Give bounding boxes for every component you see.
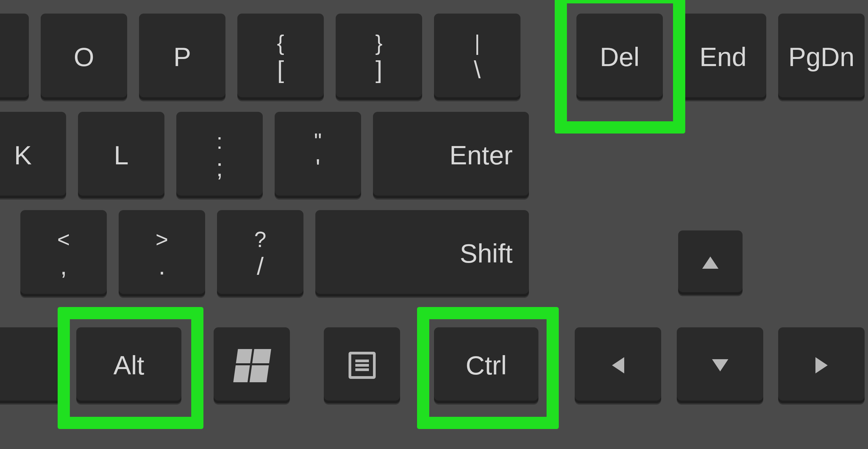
key-upper: { [277, 32, 284, 54]
key-i[interactable]: I [0, 14, 29, 100]
key-upper: < [57, 229, 70, 250]
key-semicolon[interactable]: : ; [176, 112, 263, 198]
key-label: P [173, 44, 191, 70]
key-slash[interactable]: ? / [217, 210, 303, 297]
windows-icon [233, 349, 270, 382]
key-p[interactable]: P [139, 14, 225, 100]
key-lower: , [60, 254, 67, 278]
key-lower: \ [474, 57, 480, 82]
key-lower: ] [375, 57, 382, 82]
key-ctrl[interactable]: Ctrl [434, 327, 538, 403]
key-enter[interactable]: Enter [373, 112, 529, 198]
key-label: End [699, 44, 747, 70]
key-label: Alt [113, 352, 144, 379]
key-label: Shift [460, 240, 513, 267]
key-left-bracket[interactable]: { [ [237, 14, 324, 100]
key-lower: / [257, 254, 263, 278]
key-label: L [114, 142, 129, 168]
key-o[interactable]: O [41, 14, 127, 100]
key-context-menu[interactable] [324, 327, 400, 403]
key-lower: ' [316, 156, 320, 180]
key-label: K [14, 142, 32, 168]
key-comma[interactable]: < , [20, 210, 107, 297]
arrow-down-icon [712, 359, 728, 371]
key-quote[interactable]: " ' [275, 112, 361, 198]
key-k[interactable]: K [0, 112, 66, 198]
key-upper: | [474, 32, 480, 54]
arrow-left-icon [612, 357, 624, 373]
key-label: PgDn [788, 44, 854, 70]
key-arrow-right[interactable] [778, 327, 865, 403]
key-del[interactable]: Del [576, 14, 663, 100]
key-pgdn[interactable]: PgDn [778, 14, 865, 100]
arrow-right-icon [815, 357, 828, 373]
key-arrow-up[interactable] [678, 230, 743, 295]
key-label: Ctrl [466, 352, 507, 379]
key-windows[interactable] [214, 327, 290, 403]
key-end[interactable]: End [680, 14, 766, 100]
key-lower: ; [216, 156, 223, 180]
key-arrow-left[interactable] [575, 327, 661, 403]
key-period[interactable]: > . [119, 210, 205, 297]
key-lower: . [158, 254, 165, 278]
key-blank-left[interactable] [0, 327, 63, 403]
key-upper: " [314, 130, 322, 152]
key-label: Enter [450, 142, 513, 168]
key-upper: > [156, 229, 168, 250]
key-label: Del [600, 44, 639, 70]
key-backslash[interactable]: | \ [434, 14, 520, 100]
key-upper: } [375, 32, 382, 54]
arrow-up-icon [702, 257, 718, 269]
context-menu-icon [349, 352, 376, 379]
key-label: O [74, 44, 94, 70]
key-alt[interactable]: Alt [76, 327, 181, 403]
key-right-bracket[interactable]: } ] [336, 14, 422, 100]
keyboard-diagram: I O P { [ } ] | \ Del End PgDn K L : ; "… [0, 0, 868, 449]
key-shift[interactable]: Shift [315, 210, 529, 297]
key-arrow-down[interactable] [677, 327, 763, 403]
key-upper: ? [254, 229, 267, 250]
key-upper: : [217, 130, 223, 152]
key-lower: [ [277, 57, 284, 82]
key-l[interactable]: L [78, 112, 164, 198]
